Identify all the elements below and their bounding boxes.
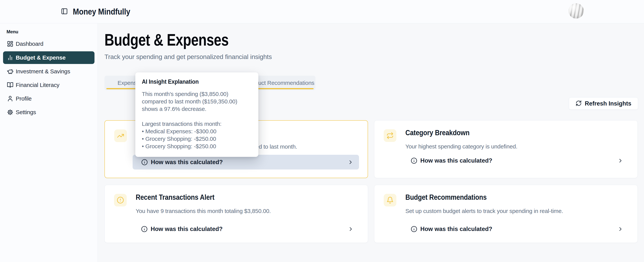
sidebar-item-investment-savings[interactable]: Investment & Savings (3, 65, 94, 78)
insight-card-recent-transactions: Recent Transactions Alert You have 9 tra… (104, 185, 368, 243)
how-calculated-label: How was this calculated? (420, 157, 492, 164)
panel-left-icon (61, 8, 68, 15)
page-title: Budget & Expenses (104, 31, 229, 49)
bell-icon (384, 194, 396, 207)
card-description: Set up custom budget alerts to track you… (406, 207, 563, 215)
sidebar: Menu Dashboard Budget & Expense Investme… (0, 23, 98, 262)
how-calculated-button[interactable]: How was this calculated? (402, 223, 629, 235)
sidebar-item-label: Budget & Expense (16, 54, 66, 61)
user-icon (7, 95, 14, 102)
gear-icon (7, 109, 14, 115)
card-title: Recent Transactions Alert (136, 193, 214, 202)
popover-list-item: • Grocery Shopping: -$250.00 (142, 143, 252, 150)
how-calculated-label: How was this calculated? (420, 226, 492, 233)
how-calculated-button[interactable]: How was this calculated? (132, 223, 359, 235)
popover-paragraph: This month's spending ($3,850.00) compar… (142, 90, 252, 113)
chevron-right-icon (617, 226, 624, 232)
insight-card-category-breakdown: Category Breakdown Your highest spending… (374, 120, 638, 178)
info-icon (141, 159, 148, 166)
refresh-insights-button[interactable]: Refresh Insights (569, 97, 638, 110)
sidebar-item-settings[interactable]: Settings (3, 106, 94, 118)
sidebar-item-label: Dashboard (16, 41, 43, 47)
sidebar-nav-list: Dashboard Budget & Expense Investment & … (0, 38, 98, 120)
how-calculated-label: How was this calculated? (151, 226, 223, 233)
chevron-right-icon (617, 158, 624, 164)
dashboard-icon (7, 41, 14, 47)
sidebar-menu-label: Menu (6, 29, 18, 34)
sidebar-item-label: Financial Literacy (16, 82, 60, 88)
chevron-right-icon (348, 226, 354, 232)
chevron-right-icon (348, 159, 354, 165)
sidebar-item-financial-literacy[interactable]: Financial Literacy (3, 79, 94, 91)
header: Money Mindfully (0, 0, 644, 23)
how-calculated-label: How was this calculated? (151, 159, 223, 166)
sidebar-toggle-button[interactable] (61, 8, 68, 15)
card-description: Your highest spending category is undefi… (406, 143, 517, 150)
popover-list-intro: Largest transactions this month: (142, 120, 252, 128)
refresh-icon (576, 100, 582, 107)
alert-circle-icon (114, 194, 127, 207)
popover-title: AI Insight Explanation (142, 78, 240, 85)
page-subtitle: Track your spending and get personalized… (104, 53, 272, 60)
book-open-icon (7, 82, 14, 88)
sidebar-item-label: Settings (16, 109, 36, 115)
trending-up-icon (114, 129, 127, 142)
popover-list-item: • Medical Expenses: -$300.00 (142, 128, 252, 135)
repeat-icon (384, 129, 396, 142)
card-title: Category Breakdown (406, 128, 470, 137)
how-calculated-button[interactable]: How was this calculated? (402, 155, 629, 167)
insight-card-budget-recommendations: Budget Recommendations Set up custom bud… (374, 185, 638, 243)
info-icon (141, 226, 148, 232)
piggy-bank-icon (7, 68, 14, 75)
sidebar-item-profile[interactable]: Profile (3, 92, 94, 105)
card-description: You have 9 transactions this month total… (136, 207, 271, 215)
app-title: Money Mindfully (73, 7, 130, 16)
info-icon (411, 226, 417, 232)
sidebar-item-budget-expense[interactable]: Budget & Expense (3, 51, 94, 64)
refresh-insights-label: Refresh Insights (585, 100, 631, 107)
sidebar-item-dashboard[interactable]: Dashboard (3, 38, 94, 50)
main-content: Budget & Expenses Track your spending an… (98, 23, 644, 262)
info-icon (411, 157, 417, 164)
popover-list-item: • Grocery Shopping: -$250.00 (142, 135, 252, 143)
card-title: Budget Recommendations (406, 193, 487, 202)
bar-chart-icon (7, 54, 14, 61)
how-calculated-button[interactable]: How was this calculated? (133, 155, 359, 170)
sidebar-item-label: Investment & Savings (16, 68, 70, 75)
sidebar-item-label: Profile (16, 95, 32, 102)
avatar[interactable] (568, 3, 584, 18)
ai-insight-popover: AI Insight Explanation This month's spen… (135, 72, 258, 157)
